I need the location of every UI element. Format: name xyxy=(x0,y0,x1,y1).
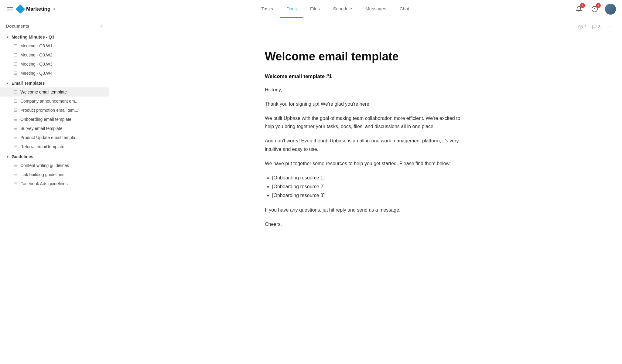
doc-icon: ☰ xyxy=(13,163,17,168)
doc-icon: ☰ xyxy=(13,181,17,186)
add-document-button[interactable]: + xyxy=(99,23,103,29)
tab-messages[interactable]: Messages xyxy=(359,0,393,18)
alerts-button[interactable]: 6 xyxy=(589,4,600,15)
sidebar-item-label-q3w4: Meeting - Q3.W4 xyxy=(20,71,53,76)
brand-diamond-icon xyxy=(15,4,25,14)
doc-icon: ☰ xyxy=(13,126,17,131)
sidebar-item-q3w1[interactable]: ☰ Meeting - Q3.W1 xyxy=(0,41,109,50)
doc-icon: ☰ xyxy=(13,71,17,76)
brand-chevron-icon: ▾ xyxy=(53,7,55,11)
tab-files[interactable]: Files xyxy=(303,0,326,18)
doc-icon: ☰ xyxy=(13,108,17,113)
sidebar-item-label-product-update: Product Update email templa... xyxy=(20,135,79,140)
document-subtitle: Welcome email template #1 xyxy=(265,73,466,80)
resource-item-3: [Onboarding resource 3] xyxy=(272,191,466,200)
resource-item-2: [Onboarding resource 2] xyxy=(272,182,466,191)
document-signoff: Cheers, xyxy=(265,220,466,228)
comments-count: 3 xyxy=(598,24,601,29)
alerts-badge: 6 xyxy=(596,3,601,8)
sidebar-item-label-facebook-ads: Facebook Ads guidelines xyxy=(20,181,68,186)
document-para2: We built Upbase with the goal of making … xyxy=(265,114,466,131)
document-content: Welcome email template Welcome email tem… xyxy=(250,35,481,259)
sidebar-item-label-company-announcement: Company announcement em... xyxy=(20,99,78,104)
svg-point-3 xyxy=(580,26,581,27)
document-para3: And don't worry! Even though Upbase is a… xyxy=(265,137,466,153)
sidebar-item-label-referral-email: Referral email template xyxy=(20,144,64,149)
doc-icon: ☰ xyxy=(13,62,17,66)
sidebar-item-welcome-email[interactable]: ☰ Welcome email template xyxy=(0,87,109,97)
comments-action[interactable]: 3 xyxy=(592,24,601,29)
sidebar-group-email-templates: ▼ Email Templates ☰ Welcome email templa… xyxy=(0,79,109,151)
sidebar-item-label-onboarding-email: Onboarding email template xyxy=(20,117,71,122)
tab-tasks[interactable]: Tasks xyxy=(255,0,280,18)
document-para4: We have put together some resources to h… xyxy=(265,159,466,168)
brand-name: Marketing xyxy=(26,6,50,12)
avatar-image xyxy=(605,4,616,15)
sidebar-header: Documents + xyxy=(0,23,109,33)
sidebar-item-link-building[interactable]: ☰ Link building guidelines xyxy=(0,170,109,179)
sidebar-group-header-email-templates[interactable]: ▼ Email Templates xyxy=(0,79,109,87)
sidebar-group-label-meeting-minutes: Meeting Minutes - Q3 xyxy=(12,35,54,39)
tab-docs[interactable]: Docs xyxy=(280,0,303,18)
sidebar: Documents + ▼ Meeting Minutes - Q3 ☰ Mee… xyxy=(0,18,109,364)
chevron-down-icon: ▼ xyxy=(6,36,9,39)
main-nav: Tasks Docs Files Schedule Messages Chat xyxy=(115,0,555,18)
sidebar-item-label-content-writing: Content writing guidelines xyxy=(20,163,69,168)
doc-icon: ☰ xyxy=(13,172,17,177)
sidebar-item-label-q3w1: Meeting - Q3.W1 xyxy=(20,43,53,48)
user-avatar[interactable] xyxy=(605,4,616,15)
doc-icon: ☰ xyxy=(13,117,17,122)
hamburger-menu[interactable] xyxy=(6,6,14,12)
doc-icon: ☰ xyxy=(13,144,17,149)
brand-logo[interactable]: Marketing ▾ xyxy=(17,6,55,12)
sidebar-item-product-promotion[interactable]: ☰ Product promotion email tem... xyxy=(0,106,109,115)
sidebar-item-label-q3w2: Meeting - Q3.W2 xyxy=(20,53,53,57)
tab-schedule[interactable]: Schedule xyxy=(326,0,359,18)
doc-icon: ☰ xyxy=(13,43,17,48)
tab-chat[interactable]: Chat xyxy=(393,0,416,18)
sidebar-item-content-writing[interactable]: ☰ Content writing guidelines xyxy=(0,161,109,170)
sidebar-item-label-welcome-email: Welcome email template xyxy=(20,90,67,94)
chevron-down-icon: ▼ xyxy=(6,82,9,85)
sidebar-item-product-update[interactable]: ☰ Product Update email templa... xyxy=(0,133,109,142)
sidebar-group-guidelines: ▼ Guidelines ☰ Content writing guideline… xyxy=(0,152,109,188)
sidebar-title: Documents xyxy=(6,24,29,29)
sidebar-item-company-announcement[interactable]: ☰ Company announcement em... xyxy=(0,97,109,106)
doc-icon: ☰ xyxy=(13,53,17,57)
views-action[interactable]: 1 xyxy=(578,24,587,29)
doc-icon: ☰ xyxy=(13,90,17,94)
sidebar-group-label-guidelines: Guidelines xyxy=(12,154,33,159)
sidebar-item-label-survey-email: Survey email template xyxy=(20,126,63,131)
sidebar-group-header-guidelines[interactable]: ▼ Guidelines xyxy=(0,152,109,161)
sidebar-group-label-email-templates: Email Templates xyxy=(12,81,45,86)
document-resources-list: [Onboarding resource 1] [Onboarding reso… xyxy=(272,174,466,200)
sidebar-item-q3w2[interactable]: ☰ Meeting - Q3.W2 xyxy=(0,50,109,60)
sidebar-item-label-q3w3: Meeting - Q3.W3 xyxy=(20,62,53,66)
doc-icon: ☰ xyxy=(13,99,17,104)
doc-topbar: 1 3 ··· xyxy=(109,18,622,35)
document-para5: If you have any questions, jut hit reply… xyxy=(265,206,466,214)
sidebar-item-survey-email[interactable]: ☰ Survey email template xyxy=(0,124,109,133)
sidebar-item-referral-email[interactable]: ☰ Referral email template xyxy=(0,142,109,151)
sidebar-item-q3w3[interactable]: ☰ Meeting - Q3.W3 xyxy=(0,60,109,69)
document-para1: Thank you for signing up! We're glad you… xyxy=(265,100,466,108)
sidebar-group-meeting-minutes: ▼ Meeting Minutes - Q3 ☰ Meeting - Q3.W1… xyxy=(0,33,109,78)
sidebar-item-onboarding-email[interactable]: ☰ Onboarding email template xyxy=(0,115,109,124)
sidebar-group-header-meeting-minutes[interactable]: ▼ Meeting Minutes - Q3 xyxy=(0,33,109,41)
resource-item-1: [Onboarding resource 1] xyxy=(272,174,466,182)
views-count: 1 xyxy=(585,24,587,29)
document-title: Welcome email template xyxy=(265,50,466,64)
notifications-badge: 3 xyxy=(580,3,585,8)
document-area: 1 3 ··· Welcome email template Welcome e… xyxy=(109,18,622,364)
sidebar-item-label-product-promotion: Product promotion email tem... xyxy=(20,108,78,113)
sidebar-item-facebook-ads[interactable]: ☰ Facebook Ads guidelines xyxy=(0,179,109,188)
doc-icon: ☰ xyxy=(13,135,17,140)
sidebar-item-q3w4[interactable]: ☰ Meeting - Q3.W4 xyxy=(0,69,109,78)
sidebar-item-label-link-building: Link building guidelines xyxy=(20,172,64,177)
notifications-button[interactable]: 3 xyxy=(573,4,584,15)
document-greeting: Hi Tony, xyxy=(265,86,466,94)
more-options-button[interactable]: ··· xyxy=(605,23,612,30)
chevron-down-icon: ▼ xyxy=(6,155,9,158)
